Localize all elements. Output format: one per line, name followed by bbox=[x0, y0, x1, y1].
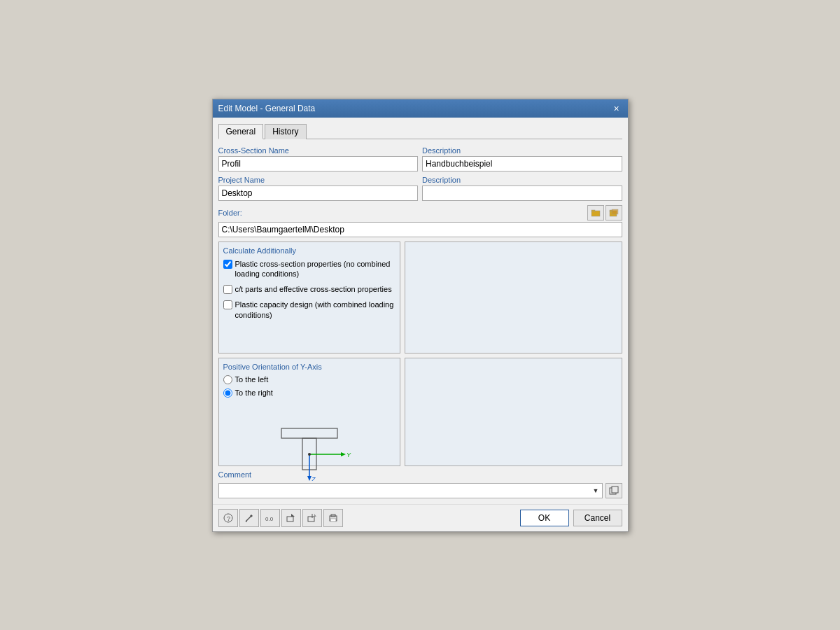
calculate-label: Calculate Additionally bbox=[223, 246, 396, 255]
comment-row: ▼ bbox=[218, 483, 622, 498]
radio-left[interactable] bbox=[223, 375, 232, 384]
cross-section-name-input[interactable] bbox=[218, 156, 419, 172]
project-name-input[interactable] bbox=[218, 186, 419, 201]
export-button[interactable] bbox=[302, 509, 322, 527]
svg-marker-23 bbox=[291, 514, 295, 517]
tab-general[interactable]: General bbox=[218, 124, 264, 139]
folder-path-input[interactable] bbox=[218, 222, 622, 237]
svg-rect-5 bbox=[281, 428, 337, 438]
project-row: Project Name Description bbox=[218, 176, 622, 201]
radio-left-label: To the left bbox=[235, 375, 269, 384]
checkbox-plastic[interactable] bbox=[223, 260, 232, 269]
svg-text:Y: Y bbox=[346, 451, 351, 458]
ok-button[interactable]: OK bbox=[520, 510, 569, 526]
checkbox-plastic-label: Plastic cross-section properties (no com… bbox=[235, 259, 396, 279]
project-name-label: Project Name bbox=[218, 176, 419, 184]
dialog-title: Edit Model - General Data bbox=[218, 104, 316, 113]
comment-copy-button[interactable] bbox=[606, 483, 622, 498]
import-button[interactable] bbox=[281, 509, 301, 527]
checkbox-ct[interactable] bbox=[223, 285, 232, 294]
radio-right-label: To the right bbox=[235, 388, 273, 397]
project-desc-input[interactable] bbox=[422, 186, 622, 201]
title-bar: Edit Model - General Data × bbox=[213, 99, 628, 118]
checkbox-ct-item: c/t parts and effective cross-section pr… bbox=[223, 284, 396, 294]
print-button[interactable] bbox=[323, 509, 343, 527]
tab-history[interactable]: History bbox=[265, 124, 306, 139]
toolbar-buttons: ? 0.0 bbox=[218, 509, 520, 527]
cross-section-name-label: Cross-Section Name bbox=[218, 146, 419, 155]
cross-section-desc-group: Description bbox=[422, 146, 622, 172]
checkbox-capacity[interactable] bbox=[223, 300, 232, 309]
cross-section-desc-input[interactable] bbox=[422, 156, 622, 172]
svg-rect-15 bbox=[612, 486, 618, 493]
project-desc-group: Description bbox=[422, 176, 622, 201]
comment-label: Comment bbox=[218, 470, 622, 479]
comment-dropdown-arrow[interactable]: ▼ bbox=[593, 487, 599, 494]
copy-folder-icon bbox=[609, 208, 619, 218]
folder-open-icon bbox=[591, 208, 601, 218]
folder-copy-button[interactable] bbox=[606, 205, 622, 220]
edit-button[interactable] bbox=[239, 509, 259, 527]
svg-text:0.0: 0.0 bbox=[265, 516, 274, 522]
dialog-body: General History Cross-Section Name Descr… bbox=[213, 118, 628, 504]
cross-section-name-group: Cross-Section Name bbox=[218, 146, 419, 172]
comment-input-container[interactable]: ▼ bbox=[218, 483, 603, 498]
value-button[interactable]: 0.0 bbox=[260, 509, 280, 527]
orientation-label: Positive Orientation of Y-Axis bbox=[223, 363, 396, 371]
help-button[interactable]: ? bbox=[218, 509, 238, 527]
pencil-icon bbox=[244, 513, 254, 523]
cross-section-row: Cross-Section Name Description bbox=[218, 146, 622, 172]
orientation-left-panel: Positive Orientation of Y-Axis To the le… bbox=[218, 358, 400, 466]
svg-rect-29 bbox=[330, 519, 336, 522]
action-buttons: OK Cancel bbox=[520, 510, 622, 526]
folder-browse-button[interactable] bbox=[587, 205, 604, 220]
export-icon bbox=[307, 513, 317, 523]
svg-rect-22 bbox=[287, 517, 293, 522]
svg-marker-25 bbox=[314, 514, 316, 517]
orientation-section: Positive Orientation of Y-Axis To the le… bbox=[218, 358, 622, 466]
calculate-section: Calculate Additionally Plastic cross-sec… bbox=[218, 241, 622, 354]
svg-rect-1 bbox=[592, 210, 595, 211]
checkbox-capacity-label: Plastic capacity design (with combined l… bbox=[235, 300, 396, 320]
svg-line-18 bbox=[246, 516, 251, 522]
calculate-right-panel bbox=[405, 241, 622, 354]
radio-right[interactable] bbox=[223, 388, 232, 398]
radio-left-item: To the left bbox=[223, 375, 396, 384]
checkbox-ct-label: c/t parts and effective cross-section pr… bbox=[235, 284, 392, 294]
checkbox-plastic-item: Plastic cross-section properties (no com… bbox=[223, 259, 396, 279]
svg-marker-8 bbox=[341, 452, 346, 456]
svg-text:?: ? bbox=[227, 515, 230, 522]
number-icon: 0.0 bbox=[265, 513, 276, 523]
folder-buttons bbox=[587, 205, 622, 220]
print-icon bbox=[328, 513, 338, 523]
folder-row: Folder: bbox=[218, 205, 622, 237]
import-icon bbox=[286, 513, 296, 523]
help-icon: ? bbox=[223, 513, 233, 523]
comment-section: Comment ▼ bbox=[218, 470, 622, 498]
project-desc-label: Description bbox=[422, 176, 622, 184]
svg-rect-4 bbox=[612, 209, 618, 214]
edit-model-dialog: Edit Model - General Data × General Hist… bbox=[212, 99, 629, 532]
project-name-group: Project Name bbox=[218, 176, 419, 201]
orientation-right-panel bbox=[405, 358, 622, 466]
copy-icon bbox=[609, 486, 619, 496]
radio-right-item: To the right bbox=[223, 388, 396, 398]
cross-section-desc-label: Description bbox=[422, 146, 622, 155]
close-button[interactable]: × bbox=[611, 103, 622, 114]
cancel-button[interactable]: Cancel bbox=[573, 510, 622, 526]
svg-point-13 bbox=[308, 453, 311, 456]
folder-label: Folder: bbox=[218, 209, 242, 217]
tab-bar: General History bbox=[218, 123, 622, 139]
folder-label-row: Folder: bbox=[218, 205, 622, 220]
calculate-left-panel: Calculate Additionally Plastic cross-sec… bbox=[218, 241, 400, 354]
toolbar: ? 0.0 bbox=[213, 504, 628, 531]
checkbox-capacity-item: Plastic capacity design (with combined l… bbox=[223, 300, 396, 320]
svg-rect-24 bbox=[308, 517, 314, 522]
